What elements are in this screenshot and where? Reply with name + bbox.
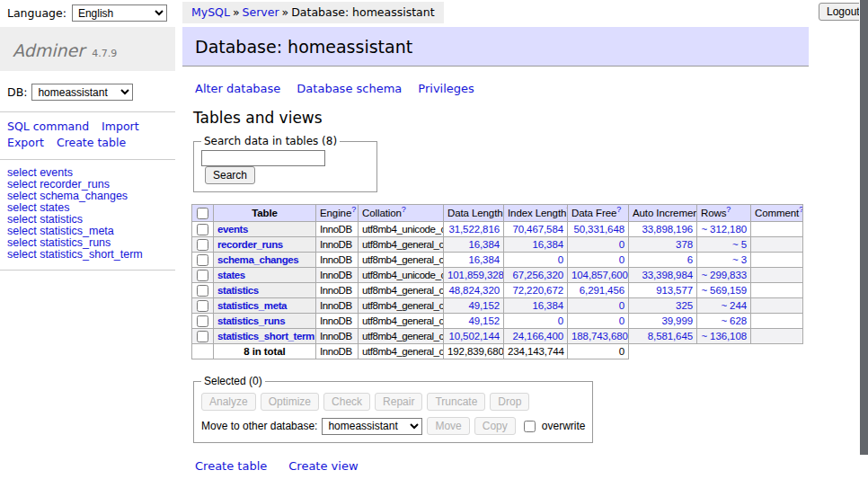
breadcrumb-current: Database: homeassistant — [291, 5, 434, 19]
breadcrumb-link-mysql[interactable]: MySQL — [191, 5, 230, 19]
scrollbar-thumb[interactable] — [860, 0, 868, 455]
rows-link[interactable]: ~ 628 — [721, 315, 747, 326]
row-checkbox[interactable] — [197, 285, 208, 297]
main-content: Database: homeassistant Alter databaseDa… — [182, 27, 809, 488]
table-name-cell: statistics — [214, 283, 316, 298]
table-name-link[interactable]: states — [217, 270, 245, 280]
row-checkbox[interactable] — [197, 254, 208, 266]
auto_increment-link[interactable]: 913,577 — [656, 285, 693, 296]
tables-heading: Tables and views — [193, 109, 809, 127]
rows-link[interactable]: ~ 5 — [732, 239, 747, 250]
row-checkbox[interactable] — [197, 224, 208, 235]
index_length-link[interactable]: 24,166,400 — [512, 331, 563, 342]
data_length-link[interactable]: 49,152 — [468, 315, 500, 326]
row-checkbox[interactable] — [197, 300, 208, 312]
breadcrumb-link-server[interactable]: Server — [243, 5, 279, 19]
table-name-cell: statistics_runs — [214, 314, 316, 329]
data_free-link[interactable]: 50,331,648 — [573, 224, 624, 235]
selected-action-button[interactable]: Repair — [375, 393, 422, 411]
auto_increment-link[interactable]: 325 — [676, 300, 693, 311]
search-button[interactable]: Search — [205, 166, 255, 184]
selected-action-button[interactable]: Analyze — [201, 393, 256, 411]
db-select[interactable]: homeassistant — [31, 84, 133, 101]
rows-link[interactable]: ~ 3 — [732, 254, 747, 265]
data_free-link[interactable]: 0 — [619, 239, 624, 250]
table-name-link[interactable]: events — [217, 224, 248, 235]
data_length-link[interactable]: 49,152 — [468, 300, 500, 311]
index_length-link[interactable]: 0 — [558, 315, 563, 326]
index_length-link[interactable]: 16,384 — [532, 239, 563, 250]
data_free-link[interactable]: 0 — [619, 254, 624, 265]
rows-link[interactable]: ~ 312,180 — [701, 224, 747, 235]
index_length-link[interactable]: 0 — [558, 254, 563, 265]
data_length-link[interactable]: 16,384 — [468, 254, 500, 265]
language-select[interactable]: English — [72, 4, 167, 22]
selected-action-button[interactable]: Check — [323, 393, 370, 411]
row-checkbox[interactable] — [197, 270, 208, 281]
data_length-link[interactable]: 48,824,320 — [448, 285, 500, 296]
sidebar-action-link[interactable]: Export — [7, 135, 44, 151]
row-checkbox[interactable] — [197, 239, 208, 251]
help-link[interactable]: ? — [616, 205, 621, 214]
data_length-link[interactable]: 31,522,816 — [448, 224, 500, 235]
rows-link[interactable]: ~ 136,108 — [701, 331, 747, 342]
sidebar-action-link[interactable]: Create table — [57, 135, 126, 151]
rows-link[interactable]: ~ 569,159 — [701, 285, 747, 296]
index_length-link[interactable]: 70,467,584 — [512, 224, 563, 235]
table-name-link[interactable]: statistics — [217, 285, 259, 296]
database-action-link[interactable]: Alter database — [195, 82, 280, 95]
table-name-link[interactable]: schema_changes — [217, 254, 298, 265]
select-all-checkbox[interactable] — [197, 208, 208, 219]
data_free-link[interactable]: 104,857,600 — [571, 270, 628, 280]
table-name-link[interactable]: statistics_short_term — [217, 331, 314, 342]
data_free-link[interactable]: 0 — [619, 300, 624, 311]
auto_increment-link[interactable]: 39,999 — [661, 315, 693, 326]
overwrite-checkbox[interactable] — [524, 421, 536, 432]
create-link[interactable]: Create view — [288, 459, 358, 473]
copy-button[interactable]: Copy — [474, 417, 516, 435]
index_length-link[interactable]: 16,384 — [532, 300, 563, 311]
data_free-link[interactable]: 6,291,456 — [580, 285, 624, 296]
create-link[interactable]: Create table — [195, 459, 267, 473]
row-checkbox-cell — [192, 237, 214, 253]
auto_increment-link[interactable]: 378 — [676, 239, 693, 250]
data_length-link[interactable]: 16,384 — [468, 239, 500, 250]
auto_increment-link[interactable]: 6 — [687, 254, 693, 265]
row-checkbox[interactable] — [197, 331, 208, 342]
move-database-select[interactable]: homeassistant — [322, 418, 422, 435]
index_length-link[interactable]: 72,220,672 — [512, 285, 563, 296]
sidebar-action-link[interactable]: Import — [102, 119, 139, 135]
search-input[interactable] — [201, 150, 325, 166]
db-selector-row: DB: homeassistant — [0, 71, 175, 112]
data_length-link[interactable]: 10,502,144 — [448, 331, 500, 342]
table-name-link[interactable]: statistics_meta — [217, 300, 287, 311]
cell-auto_increment: 325 — [629, 298, 697, 314]
scrollbar-track[interactable] — [859, 0, 868, 488]
row-checkbox[interactable] — [197, 315, 208, 327]
table-name-link[interactable]: recorder_runs — [217, 239, 283, 250]
help-link[interactable]: ? — [799, 205, 802, 214]
selected-action-button[interactable]: Optimize — [261, 393, 319, 411]
selected-action-button[interactable]: Drop — [490, 393, 529, 411]
table-name-link[interactable]: statistics_runs — [217, 315, 285, 326]
cell-data_free: 50,331,648 — [568, 222, 629, 237]
move-button[interactable]: Move — [427, 417, 469, 435]
data_length-link[interactable]: 101,859,328 — [447, 270, 504, 280]
data_free-link[interactable]: 188,743,680 — [571, 331, 628, 342]
auto_increment-link[interactable]: 33,898,196 — [642, 224, 693, 235]
database-action-link[interactable]: Privileges — [418, 82, 474, 95]
auto_increment-link[interactable]: 33,398,984 — [642, 270, 693, 280]
auto_increment-link[interactable]: 8,581,645 — [648, 331, 693, 342]
index_length-link[interactable]: 67,256,320 — [512, 270, 563, 280]
rows-link[interactable]: ~ 299,833 — [701, 270, 747, 280]
help-link[interactable]: ? — [402, 205, 406, 214]
column-header-data-length: Data Length? — [444, 205, 504, 222]
data_free-link[interactable]: 0 — [619, 315, 624, 326]
sidebar-table-link[interactable]: select statistics_short_term — [7, 249, 168, 261]
rows-link[interactable]: ~ 244 — [721, 300, 747, 311]
database-action-link[interactable]: Database schema — [297, 82, 402, 95]
help-link[interactable]: ? — [351, 205, 356, 214]
selected-action-button[interactable]: Truncate — [427, 393, 485, 411]
help-link[interactable]: ? — [726, 205, 731, 214]
sidebar-action-link[interactable]: SQL command — [7, 119, 89, 135]
